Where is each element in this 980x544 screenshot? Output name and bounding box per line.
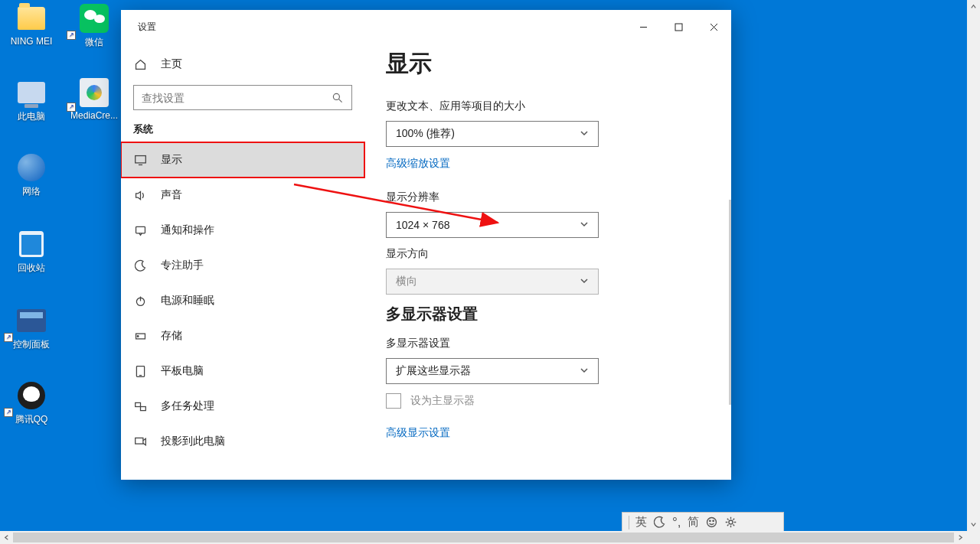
desktop-icon-mediacreation[interactable]: ↗ MediaCre... xyxy=(65,77,123,121)
scrollbar-corner xyxy=(967,531,980,544)
page-vertical-scrollbar[interactable] xyxy=(967,0,980,531)
orientation-dropdown: 横向 xyxy=(386,269,599,295)
desktop[interactable]: NING MEI ↗ 微信 此电脑 ↗ MediaCre... 网络 回收站 ↗… xyxy=(0,0,980,544)
svg-rect-6 xyxy=(135,155,145,162)
minimize-button[interactable] xyxy=(626,10,661,44)
scroll-right-button[interactable] xyxy=(954,531,967,544)
tablet-icon xyxy=(133,364,147,378)
chevron-down-icon xyxy=(580,219,589,231)
desktop-icon-controlpanel[interactable]: ↗ 控制面板 xyxy=(2,305,60,351)
desktop-icon-label: 网络 xyxy=(2,185,60,198)
svg-rect-1 xyxy=(675,24,682,31)
qq-icon xyxy=(18,382,45,409)
monitor-icon xyxy=(133,153,147,167)
sidebar-item-focus[interactable]: 专注助手 xyxy=(121,248,364,283)
scrollbar-thumb[interactable] xyxy=(13,533,954,542)
svg-rect-8 xyxy=(136,226,145,233)
desktop-icon-label: 此电脑 xyxy=(2,110,60,123)
titlebar[interactable]: 设置 xyxy=(121,10,731,44)
content-panel: 显示 更改文本、应用等项目的大小 100% (推荐) 高级缩放设置 显示分辨率 … xyxy=(364,44,731,480)
desktop-icon-qq[interactable]: ↗ 腾讯QQ xyxy=(2,379,60,426)
ime-emoji-icon[interactable] xyxy=(705,516,718,529)
ime-bar[interactable]: 英 °, 简 xyxy=(622,512,784,533)
storage-icon xyxy=(133,329,147,343)
desktop-icon-thispc[interactable]: 此电脑 xyxy=(2,77,60,123)
desktop-icon-folder[interactable]: NING MEI xyxy=(2,2,60,47)
sidebar-item-label: 投影到此电脑 xyxy=(161,435,225,448)
advanced-display-link[interactable]: 高级显示设置 xyxy=(386,426,450,440)
shortcut-arrow-icon: ↗ xyxy=(4,333,13,342)
scale-dropdown[interactable]: 100% (推荐) xyxy=(386,121,599,147)
svg-point-23 xyxy=(728,520,732,524)
sidebar-item-storage[interactable]: 存储 xyxy=(121,318,364,353)
sidebar-item-notifications[interactable]: 通知和操作 xyxy=(121,213,364,248)
svg-point-22 xyxy=(712,520,713,521)
ime-gear-icon[interactable] xyxy=(724,516,737,529)
svg-rect-17 xyxy=(135,438,142,444)
svg-point-4 xyxy=(333,93,339,99)
project-icon xyxy=(133,435,147,448)
sidebar-item-label: 通知和操作 xyxy=(161,223,214,237)
window-title: 设置 xyxy=(138,21,156,34)
advanced-scale-link[interactable]: 高级缩放设置 xyxy=(386,157,450,171)
maximize-button[interactable] xyxy=(661,10,696,44)
close-button[interactable] xyxy=(696,10,731,44)
desktop-icon-label: NING MEI xyxy=(2,36,60,47)
svg-rect-15 xyxy=(135,402,140,406)
desktop-icon-recyclebin[interactable]: 回收站 xyxy=(2,228,60,275)
ime-mode[interactable]: 简 xyxy=(688,515,699,529)
sidebar-item-label: 电源和睡眠 xyxy=(161,294,214,308)
home-button[interactable]: 主页 xyxy=(121,47,364,82)
desktop-icon-label: MediaCre... xyxy=(65,110,123,121)
desktop-icon-network[interactable]: 网络 xyxy=(2,151,60,198)
sidebar-item-tablet[interactable]: 平板电脑 xyxy=(121,353,364,389)
wechat-icon xyxy=(80,4,109,33)
checkbox-icon xyxy=(386,393,401,409)
sidebar-item-sound[interactable]: 声音 xyxy=(121,178,364,213)
sidebar-item-display[interactable]: 显示 xyxy=(121,142,364,178)
divider xyxy=(629,516,629,529)
search-icon xyxy=(332,92,344,104)
multi-display-heading: 多显示器设置 xyxy=(386,304,731,324)
sidebar-item-label: 存储 xyxy=(161,329,182,343)
scrollbar-track[interactable] xyxy=(967,13,980,518)
media-disc-icon xyxy=(80,78,109,107)
desktop-icon-wechat[interactable]: ↗ 微信 xyxy=(65,2,123,49)
multi-display-dropdown[interactable]: 扩展这些显示器 xyxy=(386,358,599,384)
svg-line-5 xyxy=(339,99,342,102)
content-scrollbar[interactable] xyxy=(729,200,731,405)
primary-checkbox-label: 设为主显示器 xyxy=(410,394,475,408)
home-label: 主页 xyxy=(161,57,182,71)
recycle-bin-icon xyxy=(19,231,44,257)
page-horizontal-scrollbar[interactable] xyxy=(0,531,967,544)
sidebar-item-label: 声音 xyxy=(161,188,182,202)
sidebar-item-projecting[interactable]: 投影到此电脑 xyxy=(121,424,364,459)
search-field[interactable] xyxy=(142,92,332,104)
sidebar-item-multitask[interactable]: 多任务处理 xyxy=(121,389,364,424)
sidebar-item-label: 显示 xyxy=(161,153,182,167)
resolution-dropdown[interactable]: 1024 × 768 xyxy=(386,212,599,238)
shortcut-arrow-icon: ↗ xyxy=(4,408,13,417)
svg-point-12 xyxy=(137,335,139,337)
multi-display-group-label: 多显示器设置 xyxy=(386,337,731,350)
scroll-down-button[interactable] xyxy=(967,518,980,531)
ime-punct-icon[interactable]: °, xyxy=(672,516,681,529)
search-input[interactable] xyxy=(133,85,352,110)
sidebar-item-power[interactable]: 电源和睡眠 xyxy=(121,283,364,318)
ime-lang[interactable]: 英 xyxy=(635,515,647,529)
sidebar-item-label: 多任务处理 xyxy=(161,399,214,413)
multitask-icon xyxy=(133,399,147,413)
shortcut-arrow-icon: ↗ xyxy=(67,103,76,112)
page-title: 显示 xyxy=(386,48,731,80)
folder-icon xyxy=(18,7,45,30)
control-panel-icon xyxy=(17,309,46,332)
scroll-left-button[interactable] xyxy=(0,531,13,544)
scroll-up-button[interactable] xyxy=(967,0,980,13)
sidebar-item-label: 专注助手 xyxy=(161,259,204,272)
scale-dropdown-value: 100% (推荐) xyxy=(396,127,455,141)
desktop-icon-label: 回收站 xyxy=(2,262,60,275)
ime-moon-icon[interactable] xyxy=(653,516,666,529)
primary-display-checkbox[interactable]: 设为主显示器 xyxy=(386,393,731,409)
svg-rect-16 xyxy=(140,406,145,410)
notification-icon xyxy=(133,223,147,237)
